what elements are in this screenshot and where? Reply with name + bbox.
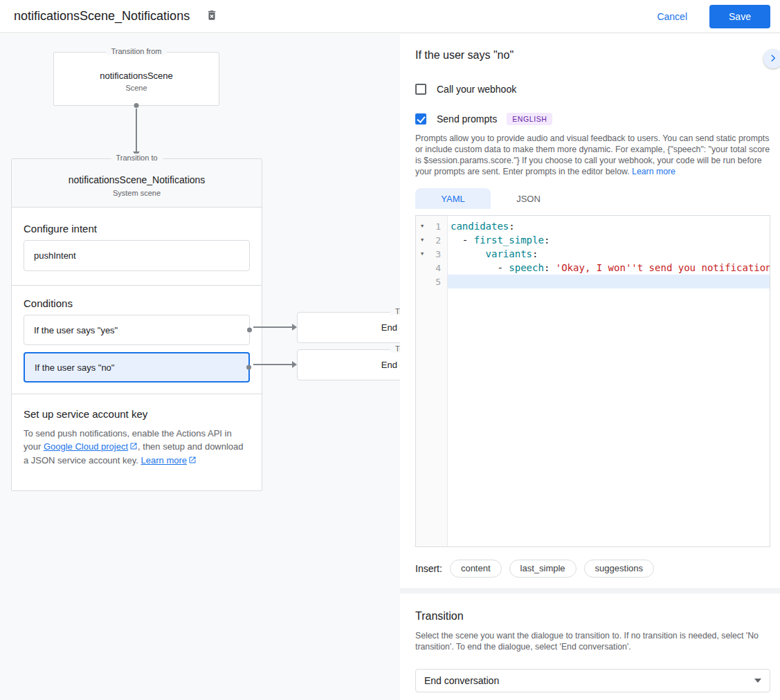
end-conversation-node[interactable]: Transition to End conversation: [297, 349, 400, 380]
line-number: 3: [428, 249, 446, 259]
code-token: :: [544, 234, 550, 246]
conditions-heading: Conditions: [24, 297, 250, 309]
condition-arrow-head: [292, 324, 297, 331]
call-webhook-checkbox[interactable]: [415, 84, 426, 95]
transition-select[interactable]: End conversation: [415, 669, 770, 692]
transition-from-node[interactable]: Transition from notificationsScene Scene: [53, 52, 219, 106]
condition-arrow-line: [253, 364, 292, 365]
insert-toolbar: Insert: content last_simple suggestions: [415, 559, 770, 578]
detail-panel-title: If the user says "no": [415, 49, 770, 64]
end-node-label: End conversation: [381, 360, 400, 370]
cancel-button[interactable]: Cancel: [650, 6, 694, 28]
external-link-icon: [129, 441, 138, 454]
trash-icon: [206, 9, 218, 24]
code-line[interactable]: - speech: 'Okay, I won''t send you notif…: [448, 261, 770, 275]
code-token: first_simple: [474, 234, 544, 246]
from-scene-name: notificationsScene: [54, 71, 219, 81]
prompts-description-text: Prompts allow you to provide audio and v…: [415, 133, 770, 176]
code-line[interactable]: - first_simple:: [448, 233, 770, 247]
intent-item-pushintent[interactable]: pushIntent: [24, 240, 250, 271]
transition-from-badge: Transition from: [107, 47, 167, 55]
call-webhook-row[interactable]: Call your webhook: [415, 82, 770, 96]
connector-port-dot: [246, 365, 251, 370]
from-scene-type: Scene: [54, 84, 219, 92]
fold-arrow-icon[interactable]: ▼: [416, 251, 428, 257]
code-token: 'Okay, I won''t send you notifications.': [556, 262, 770, 273]
fold-arrow-icon[interactable]: ▼: [416, 237, 428, 243]
condition-detail-panel: If the user says "no" Call your webhook …: [400, 34, 780, 700]
condition-label: If the user says "yes": [34, 325, 118, 335]
code-token: candidates: [451, 221, 509, 232]
intent-label: pushIntent: [34, 250, 76, 261]
condition-item-yes[interactable]: If the user says "yes": [24, 315, 250, 345]
scene-diagram-panel: Transition from notificationsScene Scene…: [0, 34, 400, 700]
editor-tabs: YAML JSON: [415, 188, 770, 209]
scene-diagram: Transition from notificationsScene Scene…: [0, 34, 400, 700]
transition-description: Select the scene you want the dialogue t…: [415, 630, 770, 652]
transition-to-badge: Transition to: [111, 154, 162, 162]
code-token: :: [544, 262, 556, 273]
insert-content-button[interactable]: content: [450, 560, 502, 578]
send-prompts-checkbox[interactable]: [415, 113, 426, 125]
code-token: :: [532, 248, 538, 259]
learn-more-link[interactable]: Learn more: [141, 455, 187, 466]
call-webhook-label: Call your webhook: [437, 84, 516, 95]
insert-suggestions-button[interactable]: suggestions: [584, 560, 654, 578]
end-conversation-node[interactable]: Transition to End conversation: [297, 312, 400, 343]
insert-last-simple-button[interactable]: last_simple: [509, 560, 577, 578]
connector-port-dot: [134, 103, 139, 108]
service-account-description: To send push notifications, enable the A…: [24, 427, 250, 468]
end-node-label: End conversation: [381, 322, 400, 333]
transition-to-badge: Transition to: [390, 307, 400, 315]
top-bar-actions: Cancel Save: [650, 5, 770, 28]
conditions-section: Conditions If the user says "yes" If the…: [12, 286, 262, 394]
editor-code-area[interactable]: candidates: - first_simple: variants: - …: [448, 216, 770, 546]
line-number: 5: [428, 277, 446, 287]
delete-scene-button[interactable]: [201, 6, 223, 28]
collapse-panel-button[interactable]: [763, 49, 780, 68]
yaml-editor[interactable]: ▼1 ▼2 ▼3 4 5 candidates: - first_simple:…: [415, 215, 770, 547]
condition-label: If the user says "no": [35, 362, 114, 373]
code-line[interactable]: candidates:: [448, 219, 770, 233]
code-token: -: [451, 234, 474, 246]
language-badge: ENGLISH: [507, 113, 552, 125]
connector-port-dot: [247, 328, 252, 333]
tab-json[interactable]: JSON: [491, 188, 566, 209]
code-token: speech: [509, 262, 544, 273]
google-cloud-project-link[interactable]: Google Cloud project: [44, 441, 128, 452]
insert-label: Insert:: [415, 563, 442, 574]
code-line[interactable]: variants:: [448, 247, 770, 261]
save-button[interactable]: Save: [709, 5, 770, 28]
send-prompts-row[interactable]: Send prompts ENGLISH: [415, 112, 770, 126]
service-account-section: Set up service account key To send push …: [12, 394, 262, 476]
code-line-active[interactable]: [448, 275, 770, 288]
scene-type: System scene: [12, 189, 262, 197]
top-bar: notificationsScene_Notifications Cancel …: [0, 0, 780, 33]
transition-select-value: End conversation: [424, 675, 499, 686]
editor-gutter: ▼1 ▼2 ▼3 4 5: [416, 216, 448, 546]
scene-card-header: notificationsScene_Notifications System …: [12, 159, 262, 208]
page-title: notificationsScene_Notifications: [14, 9, 190, 24]
transition-to-badge: Transition to: [390, 344, 400, 353]
learn-more-link[interactable]: Learn more: [632, 167, 675, 176]
code-token: [451, 248, 486, 259]
scene-card: Transition to notificationsScene_Notific…: [11, 158, 262, 491]
configure-intent-heading: Configure intent: [24, 223, 250, 234]
prompts-description: Prompts allow you to provide audio and v…: [415, 133, 770, 177]
condition-arrow-line: [253, 326, 292, 328]
tab-yaml[interactable]: YAML: [415, 188, 491, 209]
code-token: variants: [486, 248, 532, 259]
code-token: :: [509, 221, 514, 232]
code-token: -: [451, 262, 509, 273]
transition-heading: Transition: [415, 610, 770, 624]
service-account-heading: Set up service account key: [24, 408, 250, 420]
scene-name: notificationsScene_Notifications: [12, 159, 262, 185]
send-prompts-label: Send prompts: [437, 113, 497, 125]
dropdown-arrow-icon: [754, 679, 761, 683]
line-number: 4: [428, 263, 446, 273]
condition-item-no[interactable]: If the user says "no": [24, 352, 250, 383]
configure-intent-section: Configure intent pushIntent: [12, 208, 262, 286]
fold-arrow-icon[interactable]: ▼: [416, 223, 428, 229]
transition-arrow-line: [136, 109, 137, 151]
external-link-icon: [188, 454, 197, 468]
